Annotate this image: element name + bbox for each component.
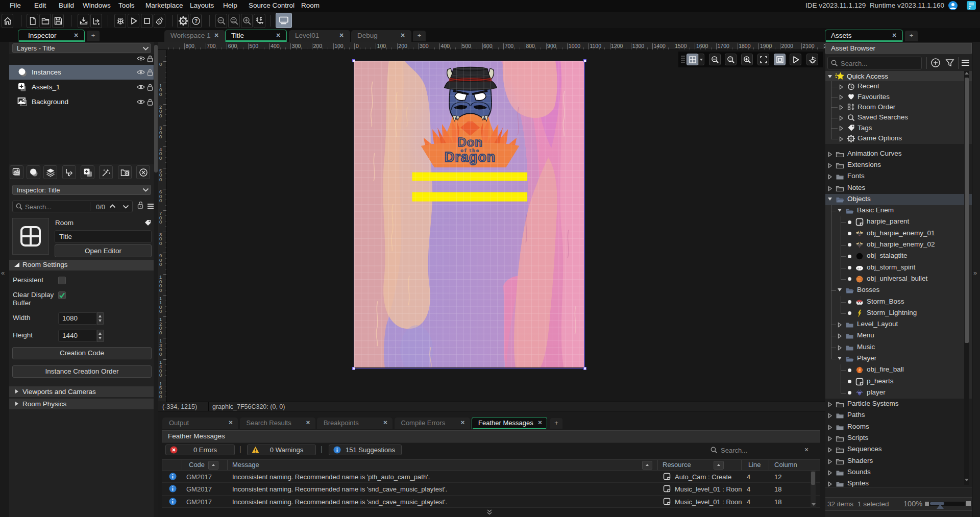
- svg-text:?: ?: [194, 18, 197, 24]
